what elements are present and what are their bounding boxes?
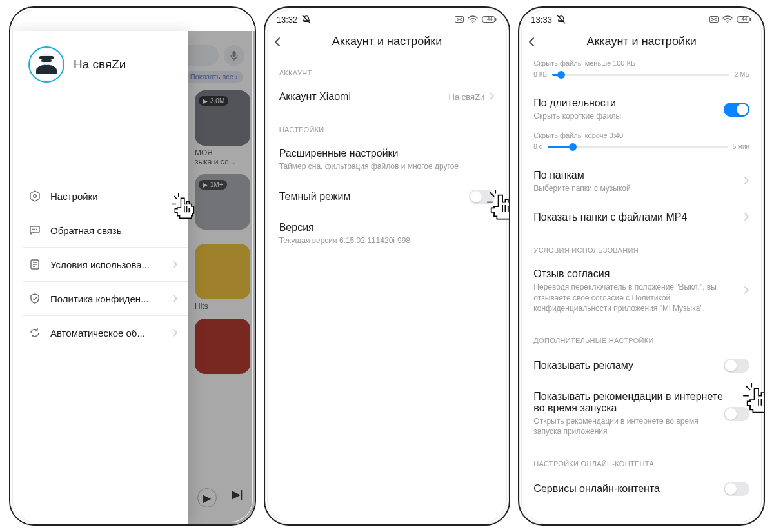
slider-by-size[interactable]: Скрыть файлы меньше 100 КБ 0 КБ 2 МБ: [519, 58, 764, 88]
row-title: Сервисы онлайн-контента: [533, 483, 724, 495]
back-button[interactable]: [274, 37, 292, 46]
section-header-settings: НАСТРОЙКИ: [265, 112, 510, 139]
row-dark-mode[interactable]: Темный режим: [265, 181, 510, 213]
status-time: 13:32: [277, 15, 298, 25]
drawer-item-terms[interactable]: Условия использова...: [23, 248, 188, 282]
hex-gear-icon: [28, 190, 41, 202]
row-title: Отзыв согласия: [533, 268, 744, 280]
page-header: Аккаунт и настройки: [265, 28, 510, 55]
toggle-ads[interactable]: [724, 359, 749, 373]
battery-icon: 44: [737, 15, 752, 24]
row-subtitle: Переводя переключатель в положение "Выкл…: [533, 282, 744, 313]
row-online-services[interactable]: Сервисы онлайн-контента: [519, 473, 764, 505]
status-bar: 13:32 44: [265, 8, 510, 28]
slider-max: 5 мин: [733, 143, 749, 150]
battery-icon: 44: [482, 15, 497, 24]
chevron-right-icon: [173, 293, 178, 304]
row-subtitle: Таймер сна, фильтрация файлов и многое д…: [279, 161, 495, 172]
toggle-online[interactable]: [724, 482, 749, 496]
slider-label: Скрыть файлы короче 0:40: [533, 132, 749, 139]
row-subtitle: Текущая версия 6.15.02.111420i-998: [279, 235, 495, 246]
row-consent[interactable]: Отзыв согласия Переводя переключатель в …: [519, 259, 764, 322]
phone-1: 13:32 44 Показать все › ▶ 3,0M МОЯ зыка …: [9, 6, 256, 526]
page-title: Аккаунт и настройки: [292, 35, 501, 48]
chevron-right-icon: [744, 286, 749, 296]
drawer-item-settings[interactable]: Настройки: [23, 179, 188, 213]
drawer-item-feedback[interactable]: Обратная связь: [23, 213, 188, 248]
chevron-right-icon: [173, 328, 178, 339]
row-title: Версия: [279, 222, 495, 233]
profile-name: На свяZи: [74, 57, 126, 72]
row-subtitle: Выберите папки с музыкой: [533, 183, 744, 193]
phone-2: 13:32 44 Аккаунт и настройки АККАУНТ Акк…: [264, 6, 511, 526]
wifi-icon: [468, 15, 478, 24]
row-by-folder[interactable]: По папкам Выберите папки с музыкой: [519, 161, 764, 202]
phone-3: 13:33 44 Аккаунт и настройки Скрыть файл…: [518, 6, 765, 526]
row-subtitle: Открыть рекомендации в интернете во врем…: [533, 416, 724, 437]
shield-icon: [28, 292, 41, 305]
drawer-item-label: Политика конфиден...: [50, 293, 164, 304]
drawer-item-label: Автоматическое об...: [50, 328, 164, 339]
row-show-ads[interactable]: Показывать рекламу: [519, 350, 764, 382]
section-header-online: НАСТРОЙКИ ОНЛАЙН-КОНТЕНТА: [519, 446, 764, 473]
section-header-account: АККАУНТ: [265, 55, 510, 82]
drawer-item-label: Настройки: [50, 191, 178, 202]
refresh-icon: [28, 326, 41, 339]
svg-point-11: [34, 229, 35, 230]
drawer-item-autoupdate[interactable]: Автоматическое об...: [23, 316, 188, 350]
row-title: По длительности: [533, 97, 724, 109]
drawer-item-label: Обратная связь: [50, 225, 178, 236]
page-header: Аккаунт и настройки: [519, 28, 764, 55]
slider-min: 0 КБ: [533, 71, 547, 78]
row-title: По папкам: [533, 170, 744, 181]
svg-point-10: [32, 229, 34, 230]
slider-thumb[interactable]: [569, 143, 577, 151]
section-header-terms: УСЛОВИЯ ИСПОЛЬЗОВАНИЯ: [519, 232, 764, 259]
toggle-duration[interactable]: [724, 103, 749, 117]
svg-point-12: [36, 229, 37, 230]
slider-by-duration[interactable]: Скрыть файлы короче 0:40 0 с 5 мин: [519, 130, 764, 161]
drawer-item-label: Условия использова...: [50, 259, 164, 270]
side-drawer: На свяZи Настройки Обратная связь Услови…: [10, 31, 188, 524]
row-version: Версия Текущая версия 6.15.02.111420i-99…: [265, 213, 510, 255]
speech-bubble-icon: [28, 224, 41, 237]
toggle-recs[interactable]: [724, 407, 749, 421]
page-title: Аккаунт и настройки: [546, 35, 755, 48]
status-time: 13:33: [531, 15, 552, 25]
row-show-mp4[interactable]: Показать папки с файлами MP4: [519, 202, 764, 232]
back-button[interactable]: [528, 37, 546, 46]
nodata-icon: [455, 16, 464, 23]
chevron-right-icon: [744, 177, 749, 186]
row-title: Темный режим: [279, 191, 470, 202]
row-by-duration[interactable]: По длительности Скрыть короткие файлы: [519, 88, 764, 130]
chevron-right-icon: [173, 259, 178, 270]
chevron-right-icon: [490, 92, 495, 102]
wifi-icon: [722, 15, 733, 24]
row-title: Показать папки с файлами MP4: [533, 212, 744, 223]
slider-min: 0 с: [533, 143, 542, 150]
row-title: Показывать рекламу: [533, 360, 724, 371]
dnd-icon: [556, 14, 566, 25]
slider-label: Скрыть файлы меньше 100 КБ: [533, 59, 749, 67]
row-title: Аккаунт Xiaomi: [279, 91, 449, 103]
profile-header[interactable]: На свяZи: [10, 31, 188, 95]
section-header-extra: ДОПОЛНИТЕЛЬНЫЕ НАСТРОЙКИ: [519, 322, 764, 350]
slider-max: 2 МБ: [735, 71, 749, 78]
row-title: Расширенные настройки: [279, 148, 495, 159]
toggle-dark-mode[interactable]: [469, 190, 495, 204]
row-value: На свяZи: [449, 92, 485, 102]
chevron-right-icon: [744, 213, 749, 222]
status-bar: 13:33 44: [519, 8, 764, 28]
avatar: [28, 46, 64, 83]
document-icon: [28, 258, 41, 271]
nodata-icon: [710, 16, 719, 23]
dnd-icon: [301, 14, 312, 25]
row-xiaomi-account[interactable]: Аккаунт Xiaomi На свяZи: [265, 82, 510, 112]
slider-thumb[interactable]: [557, 71, 565, 79]
row-subtitle: Скрыть короткие файлы: [533, 111, 724, 121]
drawer-item-privacy[interactable]: Политика конфиден...: [23, 282, 188, 316]
row-advanced-settings[interactable]: Расширенные настройки Таймер сна, фильтр…: [265, 139, 510, 181]
row-show-recommendations[interactable]: Показывать рекомендации в интернете во в…: [519, 382, 764, 446]
svg-point-9: [34, 195, 36, 197]
row-title: Показывать рекомендации в интернете во в…: [533, 391, 724, 414]
